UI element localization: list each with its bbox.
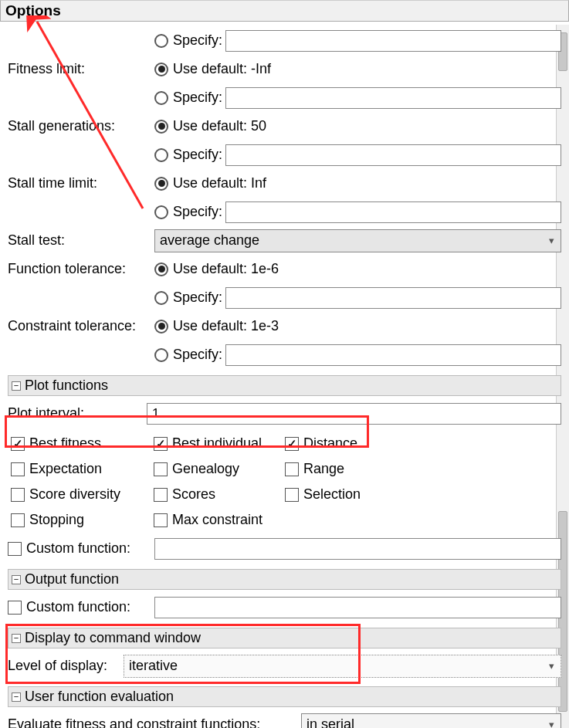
label-selection: Selection <box>303 486 361 503</box>
select-stall-test-value: average change <box>160 232 259 249</box>
label-distance: Distance <box>303 435 357 452</box>
label-specify: Specify: <box>173 147 222 163</box>
label-con-tol: Constraint tolerance: <box>8 318 154 334</box>
collapse-icon: − <box>12 575 21 584</box>
label-specify: Specify: <box>173 347 222 363</box>
check-plot-custom[interactable] <box>8 542 22 556</box>
check-stopping[interactable] <box>11 513 25 527</box>
input-output-custom[interactable] <box>154 597 561 618</box>
collapse-icon: − <box>12 381 21 391</box>
check-score-diversity[interactable] <box>11 488 25 502</box>
check-expectation[interactable] <box>11 462 25 476</box>
text-contol-default: Use default: 1e-3 <box>173 318 279 334</box>
radio-functol-specify[interactable] <box>154 291 168 305</box>
check-range[interactable] <box>285 462 299 476</box>
radio-stalltime-default[interactable] <box>154 177 168 191</box>
radio-functol-default[interactable] <box>154 262 168 276</box>
label-range: Range <box>303 461 344 477</box>
text-fitness-default: Use default: -Inf <box>173 61 271 77</box>
label-best-individual: Best individual <box>172 435 262 452</box>
label-plot-custom: Custom function: <box>26 540 130 557</box>
section-display[interactable]: − Display to command window <box>8 628 561 648</box>
radio-stallgen-default[interactable] <box>154 120 168 134</box>
check-scores[interactable] <box>154 488 168 502</box>
radio-contol-specify[interactable] <box>154 348 168 362</box>
input-specify-top[interactable] <box>225 30 561 52</box>
select-level-value: iterative <box>129 658 178 674</box>
select-eval-value: in serial <box>307 716 354 728</box>
collapse-icon: − <box>12 692 21 702</box>
label-level-display: Level of display: <box>8 658 124 674</box>
label-max-constraint: Max constraint <box>172 512 262 528</box>
label-specify: Specify: <box>173 290 222 306</box>
select-level-display[interactable]: iterative ▾ <box>124 655 561 678</box>
label-stall-test: Stall test: <box>8 232 154 249</box>
label-plot-interval: Plot interval: <box>8 405 147 422</box>
label-stall-gen: Stall generations: <box>8 118 154 134</box>
section-display-title: Display to command window <box>25 630 201 646</box>
radio-specify-top[interactable] <box>154 34 168 48</box>
label-specify: Specify: <box>173 90 222 106</box>
text-stallgen-default: Use default: 50 <box>173 118 266 134</box>
label-score-diversity: Score diversity <box>29 486 120 503</box>
input-functol-specify[interactable] <box>225 287 561 309</box>
input-contol-specify[interactable] <box>225 344 561 366</box>
check-best-fitness[interactable] <box>11 437 25 451</box>
label-specify: Specify: <box>173 204 222 220</box>
section-plot-functions[interactable]: − Plot functions <box>8 375 561 396</box>
label-fitness-limit: Fitness limit: <box>8 61 154 77</box>
section-output-function[interactable]: − Output function <box>8 569 561 590</box>
chevron-down-icon: ▾ <box>549 719 554 728</box>
check-genealogy[interactable] <box>154 462 168 476</box>
check-distance[interactable] <box>285 437 299 451</box>
label-eval-functions: Evaluate fitness and constraint function… <box>8 716 301 728</box>
check-output-custom[interactable] <box>8 601 22 615</box>
check-best-individual[interactable] <box>154 437 168 451</box>
radio-stalltime-specify[interactable] <box>154 205 168 219</box>
radio-stallgen-specify[interactable] <box>154 148 168 162</box>
label-specify: Specify: <box>173 32 222 49</box>
label-func-tol: Function tolerance: <box>8 261 154 277</box>
section-plot-title: Plot functions <box>25 378 108 394</box>
section-output-title: Output function <box>25 571 119 587</box>
label-expectation: Expectation <box>29 461 102 477</box>
label-best-fitness: Best fitness <box>29 435 101 452</box>
select-eval-functions[interactable]: in serial ▾ <box>301 713 561 729</box>
select-stall-test[interactable]: average change ▾ <box>154 229 561 252</box>
chevron-down-icon: ▾ <box>549 660 554 672</box>
input-fitness-specify[interactable] <box>225 87 561 109</box>
collapse-icon: − <box>12 634 21 643</box>
chevron-down-icon: ▾ <box>549 235 554 246</box>
input-stallgen-specify[interactable] <box>225 144 561 166</box>
check-selection[interactable] <box>285 488 299 502</box>
radio-contol-default[interactable] <box>154 320 168 334</box>
text-functol-default: Use default: 1e-6 <box>173 261 279 277</box>
radio-fitness-specify[interactable] <box>154 91 168 105</box>
input-plot-interval[interactable] <box>147 403 561 425</box>
input-plot-custom[interactable] <box>154 538 561 560</box>
radio-fitness-default[interactable] <box>154 63 168 76</box>
label-stall-time: Stall time limit: <box>8 175 154 191</box>
label-genealogy: Genealogy <box>172 461 239 477</box>
label-output-custom: Custom function: <box>26 599 130 615</box>
panel-title: Options <box>0 0 569 22</box>
check-max-constraint[interactable] <box>154 513 168 527</box>
text-stalltime-default: Use default: Inf <box>173 175 266 191</box>
input-stalltime-specify[interactable] <box>225 201 561 223</box>
section-userfn[interactable]: − User function evaluation <box>8 686 561 707</box>
label-stopping: Stopping <box>29 512 84 528</box>
label-scores: Scores <box>172 486 215 503</box>
section-userfn-title: User function evaluation <box>25 689 174 705</box>
